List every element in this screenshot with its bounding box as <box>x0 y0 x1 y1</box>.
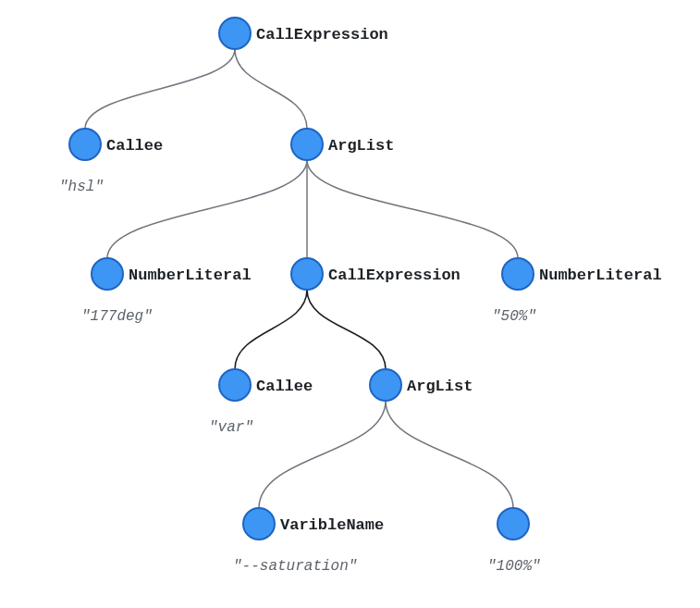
node-circle <box>370 369 401 401</box>
tree-node: VaribleName"--saturation" <box>233 508 384 575</box>
edge <box>235 49 307 129</box>
edge <box>107 160 307 258</box>
node-value: "hsl" <box>59 179 104 195</box>
node-label: Callee <box>256 378 313 395</box>
node-circle <box>219 18 251 49</box>
tree-node: "100%" <box>487 508 541 575</box>
node-label: ArgList <box>407 378 473 395</box>
node-value: "177deg" <box>81 308 153 325</box>
node-circle <box>502 258 534 290</box>
node-circle <box>243 508 275 540</box>
node-circle <box>291 129 323 160</box>
node-label: Callee <box>106 137 163 155</box>
edge <box>307 160 518 258</box>
node-circle <box>497 508 529 540</box>
node-label: CallExpression <box>328 267 461 284</box>
edge <box>235 290 307 369</box>
node-circle <box>92 258 123 290</box>
edge <box>259 401 386 508</box>
ast-tree-diagram: CallExpressionCallee"hsl"ArgListNumberLi… <box>0 0 700 608</box>
node-label: VaribleName <box>280 516 384 534</box>
tree-node: ArgList <box>370 369 473 401</box>
node-label: CallExpression <box>256 26 388 43</box>
tree-node: Callee"var" <box>209 369 313 436</box>
tree-node: CallExpression <box>291 258 461 290</box>
node-label: ArgList <box>328 137 394 155</box>
edge <box>85 49 235 129</box>
tree-node: NumberLiteral"50%" <box>492 258 662 325</box>
node-value: "100%" <box>487 558 541 575</box>
edge <box>386 401 513 508</box>
node-circle <box>219 369 251 401</box>
node-value: "--saturation" <box>233 558 357 575</box>
tree-node: CallExpression <box>219 18 388 49</box>
edge <box>307 290 386 369</box>
nodes-layer: CallExpressionCallee"hsl"ArgListNumberLi… <box>59 18 662 575</box>
node-label: NumberLiteral <box>129 267 252 284</box>
node-circle <box>291 258 323 290</box>
node-value: "var" <box>209 419 253 436</box>
tree-node: Callee"hsl" <box>59 129 163 195</box>
node-label: NumberLiteral <box>539 267 662 284</box>
node-value: "50%" <box>492 308 536 325</box>
tree-node: ArgList <box>291 129 394 160</box>
node-circle <box>69 129 101 160</box>
tree-node: NumberLiteral"177deg" <box>81 258 252 325</box>
